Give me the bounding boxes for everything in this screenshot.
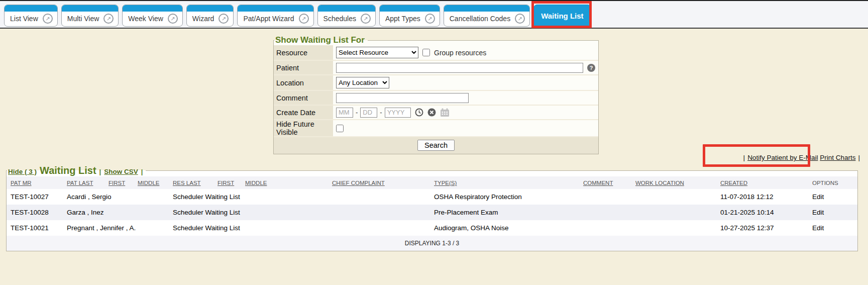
edit-link[interactable]: Edit xyxy=(812,193,824,201)
col-header-comment[interactable]: COMMENT xyxy=(579,176,631,189)
popout-arrow-icon[interactable]: ↗ xyxy=(361,14,371,24)
col-header-work-location[interactable]: WORK LOCATION xyxy=(631,176,716,189)
cell-resource: Scheduler Waiting List xyxy=(169,189,328,205)
tab-list-view[interactable]: List View ↗ xyxy=(4,5,58,27)
tab-week-view[interactable]: Week View ↗ xyxy=(122,5,183,27)
show-csv-link[interactable]: Show CSV xyxy=(104,168,138,175)
cell-types: Audiogram, OSHA Noise xyxy=(430,220,579,236)
waiting-list-table: PAT MR PAT LAST FIRST MIDDLE RES LAST FI… xyxy=(7,176,857,251)
footer-row: DISPLAYING 1-3 / 3 xyxy=(7,236,857,251)
table-action-links: |Notify Patient by E-Mail Print Charts| xyxy=(741,154,862,161)
table-row: TEST-10021 Pregnant , Jennifer , A. Sche… xyxy=(7,220,857,236)
date-day-input[interactable] xyxy=(360,108,377,118)
col-header-middle[interactable]: MIDDLE xyxy=(134,176,169,189)
col-header-res-last[interactable]: RES LAST xyxy=(169,176,213,189)
resource-select[interactable]: Select Resource xyxy=(336,47,418,58)
clock-icon[interactable] xyxy=(415,108,423,117)
hide-count-link[interactable]: Hide ( 3 ) xyxy=(8,168,37,175)
tab-accent-cap xyxy=(5,5,57,12)
popout-arrow-icon[interactable]: ↗ xyxy=(219,14,229,24)
date-month-input[interactable] xyxy=(336,108,353,118)
col-header-chief-complaint[interactable]: CHIEF COMPLAINT xyxy=(328,176,430,189)
hide-future-label: Hide Future Visible xyxy=(274,120,333,136)
print-charts-link[interactable]: Print Charts xyxy=(820,154,855,161)
col-header-res-first[interactable]: FIRST xyxy=(213,176,241,189)
date-separator: - xyxy=(380,109,382,116)
show-waiting-list-form: Show Waiting List For Resource Select Re… xyxy=(273,35,599,154)
hide-future-checkbox[interactable] xyxy=(336,125,344,132)
popout-arrow-icon[interactable]: ↗ xyxy=(515,14,525,24)
comment-label: Comment xyxy=(274,91,333,105)
separator: | xyxy=(99,168,101,175)
calendar-icon[interactable] xyxy=(440,108,450,117)
tab-label: Multi View xyxy=(67,15,99,23)
tab-accent-cap xyxy=(62,5,119,12)
tab-accent-cap xyxy=(238,5,313,12)
location-select[interactable]: Any Location xyxy=(336,77,389,88)
popout-arrow-icon[interactable]: ↗ xyxy=(299,14,309,24)
patient-label: Patient xyxy=(274,61,333,74)
help-icon[interactable]: ? xyxy=(587,64,595,72)
table-row: TEST-10027 Acardi , Sergio Scheduler Wai… xyxy=(7,189,857,205)
cell-chief-complaint xyxy=(328,220,430,236)
tab-label: Waiting List xyxy=(541,12,583,20)
col-header-types[interactable]: TYPE(S) xyxy=(430,176,579,189)
popout-arrow-icon[interactable]: ↗ xyxy=(43,14,53,24)
tab-label: Appt Types xyxy=(385,15,420,23)
tab-label: Wizard xyxy=(192,15,214,23)
cell-types: OSHA Respiratory Protection xyxy=(430,189,579,205)
header-row: PAT MR PAT LAST FIRST MIDDLE RES LAST FI… xyxy=(7,176,857,189)
tab-schedules[interactable]: Schedules ↗ xyxy=(317,5,376,27)
displaying-count: DISPLAYING 1-3 / 3 xyxy=(7,236,857,251)
comment-input[interactable] xyxy=(336,93,469,103)
tab-accent-cap xyxy=(187,5,234,12)
cell-resource: Scheduler Waiting List xyxy=(169,220,328,236)
tab-pat-appt-wizard[interactable]: Pat/Appt Wizard ↗ xyxy=(237,5,313,27)
location-label: Location xyxy=(274,75,333,90)
waiting-list-section: Hide ( 3 ) Waiting List | Show CSV | PAT… xyxy=(6,165,858,251)
cell-types: Pre-Placement Exam xyxy=(430,205,579,220)
col-header-pat-last[interactable]: PAT LAST xyxy=(63,176,104,189)
cell-chief-complaint xyxy=(328,189,430,205)
col-header-pat-mr[interactable]: PAT MR xyxy=(7,176,63,189)
create-date-row: Create Date - - xyxy=(274,106,598,120)
hide-future-row: Hide Future Visible xyxy=(274,120,598,137)
popout-arrow-icon[interactable]: ↗ xyxy=(425,14,435,24)
col-header-created[interactable]: CREATED xyxy=(716,176,808,189)
waiting-list-legend: Hide ( 3 ) Waiting List | Show CSV | xyxy=(7,165,146,176)
notify-patient-email-link[interactable]: Notify Patient by E-Mail xyxy=(747,154,818,161)
tab-label: Pat/Appt Wizard xyxy=(243,15,294,23)
search-button[interactable]: Search xyxy=(417,140,455,151)
tab-label: List View xyxy=(10,15,38,23)
cell-patient-name: Pregnant , Jennifer , A. xyxy=(63,220,169,236)
tab-accent-cap xyxy=(380,5,440,12)
tab-multi-view[interactable]: Multi View ↗ xyxy=(61,5,119,27)
col-header-res-middle[interactable]: MIDDLE xyxy=(241,176,328,189)
cell-pat-mr: TEST-10028 xyxy=(7,205,63,220)
edit-link[interactable]: Edit xyxy=(812,209,824,216)
tab-accent-cap xyxy=(318,5,375,12)
create-date-label: Create Date xyxy=(274,106,333,119)
separator: | xyxy=(858,154,860,161)
tab-waiting-list-active[interactable]: Waiting List xyxy=(533,5,591,27)
cell-created: 11-07-2018 12:12 xyxy=(716,189,808,205)
col-header-first[interactable]: FIRST xyxy=(104,176,134,189)
patient-input[interactable] xyxy=(336,63,583,73)
resource-row: Resource Select Resource Group resources xyxy=(274,45,598,61)
tab-wizard[interactable]: Wizard ↗ xyxy=(186,5,234,27)
date-year-input[interactable] xyxy=(385,108,411,118)
popout-arrow-icon[interactable]: ↗ xyxy=(103,14,114,24)
tab-cancellation-codes[interactable]: Cancellation Codes ↗ xyxy=(444,5,530,27)
popout-arrow-icon[interactable]: ↗ xyxy=(168,14,178,24)
cell-work-location xyxy=(631,189,716,205)
cell-work-location xyxy=(631,205,716,220)
cell-comment xyxy=(579,189,631,205)
location-row: Location Any Location xyxy=(274,75,598,91)
edit-link[interactable]: Edit xyxy=(812,224,824,232)
tab-appt-types[interactable]: Appt Types ↗ xyxy=(379,5,440,27)
patient-row: Patient ? xyxy=(274,61,598,75)
group-resources-checkbox[interactable] xyxy=(422,49,430,56)
clear-date-icon[interactable] xyxy=(427,108,436,117)
cell-patient-name: Garza , Inez xyxy=(63,205,169,220)
top-tab-bar: List View ↗ Multi View ↗ Week View ↗ Wiz… xyxy=(0,0,868,29)
